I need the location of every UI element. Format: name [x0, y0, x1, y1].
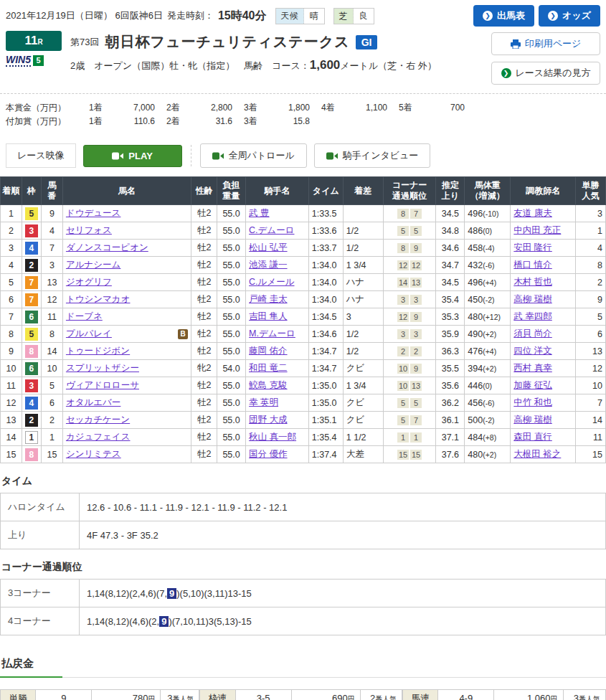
patrol-video-button[interactable]: 全周パトロール	[200, 143, 307, 168]
prize-row: 本賞金（万円）1着7,0002着2,8003着1,8004着1,1005着700	[6, 102, 600, 114]
payout-amount: 690円	[292, 690, 361, 700]
horse-name-cell: Bプルパレイ	[62, 326, 191, 343]
jockey-link[interactable]: 藤岡 佑介	[249, 346, 287, 356]
horse-name-link[interactable]: ドウデュース	[66, 208, 120, 218]
corner-order-cell: 1212	[383, 257, 436, 274]
play-button[interactable]: PLAY	[83, 145, 182, 167]
horse-name-link[interactable]: セッカチケーン	[66, 415, 130, 425]
payout-amount-value: 690	[332, 693, 348, 700]
result-guide-button[interactable]: ❯ レース結果の見方	[491, 62, 600, 85]
trainer-link[interactable]: 中内田 充正	[513, 225, 561, 235]
win5-logo: WIN5 5	[6, 55, 70, 67]
jockey-link[interactable]: 団野 大成	[249, 415, 287, 425]
jockey-cell: C.デムーロ	[246, 222, 309, 240]
horse-name-link[interactable]: ダノンスコーピオン	[66, 242, 148, 252]
time-table-body: ハロンタイム12.6 - 10.6 - 11.1 - 11.9 - 12.1 -…	[1, 493, 606, 549]
trainer-cell: 中竹 和也	[511, 394, 576, 412]
jockey-link[interactable]: 和田 竜二	[249, 363, 287, 373]
jockey-link[interactable]: 戸崎 圭太	[249, 294, 287, 304]
win-popularity: 15	[575, 446, 605, 463]
corner-position: 8	[397, 209, 409, 219]
trainer-link[interactable]: 西村 真幸	[513, 363, 551, 373]
horse-number: 6	[41, 394, 62, 412]
trainer-link[interactable]: 中竹 和也	[513, 397, 551, 407]
jockey-link[interactable]: 秋山 真一郎	[249, 432, 296, 442]
horse-number: 2	[41, 412, 62, 429]
table-row: 9814トゥードジボン牡255.0藤岡 佑介1:34.71/22236.3476…	[1, 343, 606, 360]
entry-table-button[interactable]: ❯ 出馬表	[473, 5, 534, 27]
win-popularity: 9	[575, 291, 605, 308]
trainer-link[interactable]: 大根田 裕之	[513, 449, 561, 459]
horse-name-link[interactable]: アルナシーム	[66, 260, 120, 270]
trainer-link[interactable]: 友道 康夫	[513, 208, 551, 218]
win-popularity: 10	[575, 377, 605, 394]
jockey-link[interactable]: C.ルメール	[249, 277, 294, 287]
horse-name-link[interactable]: セリフォス	[66, 225, 112, 235]
corner-position: 9	[410, 243, 422, 253]
corner-position: 5	[397, 398, 409, 408]
trainer-link[interactable]: 加藤 征弘	[513, 380, 551, 390]
body-weight-cell: 480(+12)	[465, 308, 511, 326]
corner-row-label: 4コーナー	[1, 607, 80, 635]
jockey-link[interactable]: 武 豊	[249, 208, 269, 218]
jockey-interview-button[interactable]: 騎手インタビュー	[314, 143, 431, 168]
results-column-header: タイム	[308, 177, 343, 205]
finish-position: 5	[1, 274, 22, 291]
jockey-cell: 松山 弘平	[246, 240, 309, 257]
trainer-link[interactable]: 森田 直行	[513, 432, 551, 442]
payout-group-table: 単勝9780円3番人気複勝9200円3番人気4120円1番人気7230円4番人気	[0, 689, 199, 700]
trainer-link[interactable]: 高柳 瑞樹	[513, 415, 551, 425]
finish-position: 7	[1, 308, 22, 326]
video-button-row: レース映像 PLAY 全周パトロール 騎手インタビュー	[0, 136, 606, 176]
carried-weight: 55.0	[217, 308, 246, 326]
frame-cell: 2	[22, 412, 41, 429]
horse-name-link[interactable]: プルパレイ	[66, 328, 112, 339]
jockey-link[interactable]: 国分 優作	[249, 449, 287, 459]
body-weight: 480	[468, 312, 483, 322]
jockey-link[interactable]: 池添 謙一	[249, 260, 287, 270]
finish-position: 1	[1, 205, 22, 222]
trainer-link[interactable]: 四位 洋文	[513, 346, 551, 356]
horse-number: 3	[41, 257, 62, 274]
odds-button[interactable]: ❯ オッズ	[539, 5, 600, 27]
body-weight: 500	[468, 415, 483, 425]
payout-title: 払戻金	[0, 657, 62, 678]
horse-name-cell: アルナシーム	[62, 257, 191, 274]
trainer-link[interactable]: 須貝 尚介	[513, 328, 551, 339]
horse-name-cell: ジオグリフ	[62, 274, 191, 291]
carried-weight: 55.0	[217, 343, 246, 360]
jockey-link[interactable]: 松山 弘平	[249, 242, 287, 252]
horse-name-link[interactable]: ヴィアドロローサ	[66, 380, 139, 390]
horse-name-link[interactable]: シンリミテス	[66, 449, 121, 459]
horse-name-cell: ヴィアドロローサ	[62, 377, 191, 394]
trainer-link[interactable]: 安田 隆行	[513, 242, 551, 252]
finish-position: 15	[1, 446, 22, 463]
bet-type-label: 枠連	[200, 690, 235, 700]
horse-name-link[interactable]: カジュフェイス	[66, 432, 131, 442]
trainer-link[interactable]: 木村 哲也	[513, 277, 551, 287]
horse-name-link[interactable]: オタルエバー	[66, 397, 120, 407]
horse-name-cell: セッカチケーン	[62, 412, 191, 429]
jockey-cell: 秋山 真一郎	[246, 429, 309, 446]
print-page-button[interactable]: 印刷用ページ	[491, 32, 600, 55]
horse-name-link[interactable]: ドーブネ	[66, 311, 103, 321]
horse-name-link[interactable]: トゥードジボン	[66, 346, 130, 356]
jockey-link[interactable]: 鮫島 克駿	[249, 380, 287, 390]
trainer-link[interactable]: 高柳 瑞樹	[513, 294, 551, 304]
turf-condition-badge: 芝 良	[333, 8, 374, 24]
frame-number: 4	[25, 397, 38, 410]
jockey-link[interactable]: 吉田 隼人	[249, 311, 287, 321]
last-3f: 35.5	[436, 360, 465, 377]
finish-time: 1:34.7	[308, 343, 343, 360]
jockey-link[interactable]: M.デムーロ	[249, 328, 295, 339]
popularity-unit: 番人気	[579, 695, 600, 700]
horse-name-link[interactable]: ジオグリフ	[66, 277, 112, 287]
sex-age: 牡2	[191, 257, 217, 274]
horse-name-link[interactable]: トウシンマカオ	[66, 294, 131, 304]
horse-name-link[interactable]: スプリットザシー	[66, 363, 139, 373]
jockey-link[interactable]: C.デムーロ	[249, 225, 294, 235]
table-row: 347ダノンスコーピオン牡255.0松山 弘平1:33.71/28934.645…	[1, 240, 606, 257]
trainer-link[interactable]: 武 幸四郎	[513, 311, 551, 321]
trainer-link[interactable]: 橋口 慎介	[513, 260, 551, 270]
jockey-link[interactable]: 幸 英明	[249, 397, 278, 407]
